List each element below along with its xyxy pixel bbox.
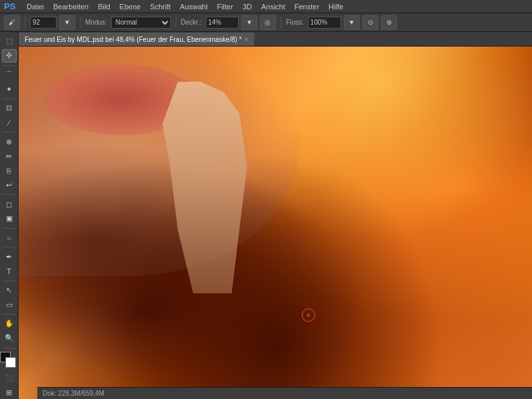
- tool-shapes[interactable]: ▭: [2, 298, 17, 311]
- toolbox-sep-5: [3, 228, 16, 229]
- menubar: PS Datei Bearbeiten Bild Ebene Schrift A…: [0, 0, 532, 13]
- menu-hilfe[interactable]: Hilfe: [324, 1, 348, 12]
- tool-brush[interactable]: ✏: [2, 150, 17, 163]
- brush-size-input[interactable]: [30, 17, 57, 29]
- menu-ebene[interactable]: Ebene: [115, 1, 146, 12]
- toolbox-sep-4: [3, 194, 16, 195]
- tool-move[interactable]: ✣: [2, 49, 17, 63]
- tool-spot-heal[interactable]: ⊕: [2, 135, 17, 148]
- main-area: ⬚ ✣ ⌒ ✦ ⊡ ⁄ ⊕ ✏ ⎘ ↩ ◻ ▣ ○ ✒ T ↖ ▭ ✋ 🔍 ⬛ …: [0, 32, 532, 399]
- menu-fenster[interactable]: Fenster: [290, 1, 324, 12]
- menu-datei[interactable]: Datei: [22, 1, 49, 12]
- brush-tool-icon[interactable]: 🖌: [4, 15, 20, 30]
- tool-marquee[interactable]: ⬚: [2, 35, 17, 48]
- toolbar-sep-4: [281, 17, 281, 29]
- app-logo: PS: [4, 1, 15, 11]
- tool-history[interactable]: ↩: [2, 179, 17, 192]
- menu-filter[interactable]: Filter: [212, 1, 237, 12]
- blend-mode-select[interactable]: Normal: [111, 17, 171, 29]
- color-swatches[interactable]: [0, 352, 19, 368]
- tool-magic-wand[interactable]: ✦: [2, 82, 17, 96]
- toolbox-sep-2: [3, 98, 16, 99]
- flow-options-icon[interactable]: ▼: [344, 15, 360, 30]
- menu-bild[interactable]: Bild: [93, 1, 114, 12]
- mode-label: Modus:: [85, 19, 107, 26]
- tool-hand[interactable]: ✋: [2, 317, 17, 331]
- tool-mask-mode[interactable]: ⬛: [2, 372, 17, 385]
- brush-pose-icon[interactable]: ⊛: [381, 15, 397, 30]
- cursor-crosshair-v: [309, 313, 309, 317]
- tab-bar: Feuer und Eis by MDL.psd bei 48,4% (Feue…: [19, 32, 532, 47]
- tab-title: Feuer und Eis by MDL.psd bei 48,4% (Feue…: [25, 36, 241, 43]
- tab-close-button[interactable]: ×: [244, 36, 248, 43]
- tool-dodge[interactable]: ○: [2, 231, 17, 245]
- menu-ansicht[interactable]: Ansicht: [257, 1, 290, 12]
- status-text: Dok: 228,3M/659,4M: [43, 390, 104, 397]
- fire-image: [19, 47, 532, 399]
- flow-input[interactable]: [308, 17, 341, 29]
- tool-pen[interactable]: ✒: [2, 250, 17, 263]
- toolbox-sep-7: [3, 281, 16, 281]
- cursor-crosshair-h: [307, 315, 311, 316]
- toolbox: ⬚ ✣ ⌒ ✦ ⊡ ⁄ ⊕ ✏ ⎘ ↩ ◻ ▣ ○ ✒ T ↖ ▭ ✋ 🔍 ⬛ …: [0, 32, 19, 399]
- tool-text[interactable]: T: [2, 265, 17, 278]
- tool-eyedropper[interactable]: ⁄: [2, 116, 17, 130]
- tool-crop[interactable]: ⊡: [2, 102, 17, 115]
- status-bar: Dok: 228,3M/659,4M: [37, 387, 532, 399]
- toolbar-sep-2: [80, 17, 80, 29]
- opacity-input[interactable]: [205, 17, 239, 29]
- brush-options-icon[interactable]: ▼: [59, 15, 75, 30]
- toolbox-sep-6: [3, 247, 16, 247]
- tool-clone[interactable]: ⎘: [2, 164, 17, 178]
- tablet-pressure-icon[interactable]: ⊙: [362, 15, 378, 30]
- toolbar-sep-1: [25, 17, 25, 29]
- canvas-area: Feuer und Eis by MDL.psd bei 48,4% (Feue…: [19, 32, 532, 399]
- menu-bearbeiten[interactable]: Bearbeiten: [49, 1, 93, 12]
- flow-label: Fluss:: [286, 19, 304, 26]
- toolbox-sep-1: [3, 65, 16, 66]
- options-toolbar: 🖌 ▼ Modus: Normal Deckr.: ▼ ◎ Fluss: ▼ ⊙…: [0, 13, 532, 32]
- menu-schrift[interactable]: Schrift: [145, 1, 175, 12]
- toolbox-sep-8: [3, 314, 16, 315]
- toolbox-sep-3: [3, 132, 16, 132]
- tool-lasso[interactable]: ⌒: [2, 68, 17, 82]
- menu-auswahl[interactable]: Auswahl: [176, 1, 213, 12]
- document-tab[interactable]: Feuer und Eis by MDL.psd bei 48,4% (Feue…: [19, 33, 254, 46]
- tool-zoom[interactable]: 🔍: [2, 332, 17, 345]
- toolbar-sep-3: [176, 17, 176, 29]
- background-color[interactable]: [5, 357, 16, 368]
- airbrush-icon[interactable]: ◎: [260, 15, 276, 30]
- opacity-label: Deckr.:: [181, 19, 201, 26]
- tool-gradient[interactable]: ▣: [2, 212, 17, 225]
- tool-eraser[interactable]: ◻: [2, 198, 17, 211]
- tool-path-select[interactable]: ↖: [2, 284, 17, 297]
- tool-screen-mode[interactable]: ⊞: [2, 386, 17, 399]
- opacity-options-icon[interactable]: ▼: [241, 15, 257, 30]
- brush-cursor: [302, 309, 315, 322]
- menu-3d[interactable]: 3D: [238, 1, 257, 12]
- toolbox-sep-9: [3, 348, 16, 348]
- document-canvas[interactable]: Dok: 228,3M/659,4M: [19, 47, 532, 399]
